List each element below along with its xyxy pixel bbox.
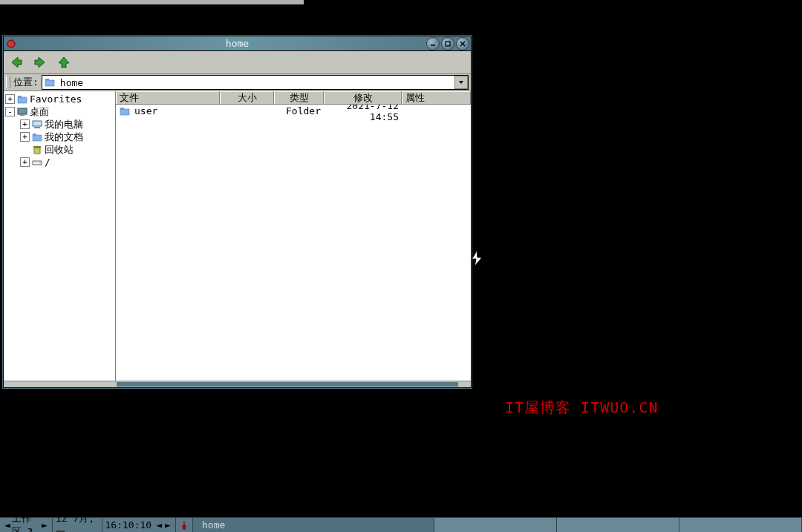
file-row[interactable]: user Folder 2021-7-12 14:55 [116, 105, 471, 117]
watermark-text: IT屋博客 ITWUO.CN [505, 398, 658, 418]
tree-sidebar: + Favorites - 桌面 + 我的电脑 [4, 91, 116, 381]
svg-point-0 [7, 40, 15, 47]
workspace-switcher[interactable]: ◄ 工作区 3 ► [0, 518, 53, 532]
svg-rect-9 [18, 108, 27, 114]
top-strip [0, 0, 304, 4]
column-size[interactable]: 大小 [220, 91, 274, 104]
toolbar [4, 51, 471, 74]
svg-rect-14 [33, 135, 42, 141]
tree-item-favorites[interactable]: + Favorites [4, 93, 115, 105]
forward-button[interactable] [32, 54, 48, 70]
svg-rect-16 [33, 146, 41, 148]
taskbar-task-other-2[interactable] [557, 518, 679, 532]
window-title: home [226, 38, 249, 49]
taskbar-time[interactable]: 16:10:10 ◄ ► [102, 518, 176, 532]
tree-label: 回收站 [45, 143, 74, 157]
folder-icon [16, 94, 28, 105]
toolbar-handle[interactable] [6, 76, 10, 88]
expand-icon[interactable]: + [5, 94, 15, 104]
location-bar: 位置: [4, 74, 471, 91]
file-manager-window: home 位置: [3, 36, 472, 388]
date-text: 12 7月, 一 [56, 512, 99, 533]
svg-rect-20 [120, 109, 129, 115]
close-button[interactable] [456, 37, 469, 50]
minimize-button[interactable] [426, 37, 440, 50]
titlebar[interactable]: home [4, 36, 471, 51]
workspace-prev-icon[interactable]: ◄ [3, 519, 12, 531]
workspace-label: 工作区 3 [12, 512, 40, 533]
svg-rect-8 [18, 97, 27, 103]
file-list: 文件 大小 类型 修改 属性 user Folder 2021-7-12 14 [116, 91, 471, 381]
tree-item-mydocuments[interactable]: + 我的文档 [4, 131, 115, 143]
expand-icon[interactable]: + [20, 132, 30, 142]
location-input[interactable] [60, 77, 451, 88]
svg-rect-2 [446, 42, 450, 46]
workspace-next-icon[interactable]: ► [40, 519, 49, 531]
file-list-rows: user Folder 2021-7-12 14:55 [116, 105, 471, 381]
column-attr[interactable]: 属性 [402, 91, 471, 104]
svg-rect-11 [33, 121, 42, 126]
taskbar-task-home[interactable]: home [193, 518, 434, 532]
back-button[interactable] [8, 54, 25, 70]
tree-label: 我的文档 [45, 131, 83, 144]
column-name[interactable]: 文件 [116, 91, 220, 104]
taskbar-date[interactable]: 12 7月, 一 [53, 518, 102, 532]
expand-icon[interactable]: + [20, 119, 30, 129]
svg-rect-15 [34, 148, 40, 154]
mouse-cursor-icon [469, 249, 484, 269]
tree-label: 我的电脑 [45, 118, 83, 131]
horizontal-scrollbar[interactable] [4, 381, 471, 387]
file-modified: 2021-7-12 14:55 [324, 105, 402, 122]
taskbar-task-other-3[interactable] [679, 518, 802, 532]
taskbar-task-other-1[interactable] [434, 518, 557, 532]
desktop-icon [16, 107, 28, 117]
task-label: home [202, 519, 225, 531]
expand-icon[interactable]: + [20, 157, 30, 167]
tree-item-recyclebin[interactable]: 回收站 [4, 143, 115, 156]
folder-icon [119, 106, 131, 116]
maximize-button[interactable] [441, 37, 454, 50]
column-type[interactable]: 类型 [274, 91, 324, 104]
drive-icon [31, 157, 43, 168]
collapse-icon[interactable]: - [5, 107, 15, 116]
svg-point-18 [39, 162, 41, 163]
file-list-header: 文件 大小 类型 修改 属性 [116, 91, 471, 105]
tree-label: 桌面 [30, 105, 49, 119]
up-button[interactable] [56, 54, 72, 70]
folder-icon [44, 77, 56, 88]
app-icon [5, 38, 17, 50]
svg-rect-6 [45, 80, 54, 86]
file-type: Folder [274, 105, 324, 116]
scrollbar-thumb[interactable] [117, 382, 458, 387]
tree-item-mycomputer[interactable]: + 我的电脑 [4, 118, 115, 131]
location-label: 位置: [13, 76, 39, 89]
trash-icon [31, 145, 43, 155]
column-modified[interactable]: 修改 [324, 91, 402, 104]
svg-rect-10 [20, 114, 25, 116]
time-text: 16:10:10 [105, 519, 152, 531]
clock-next-icon[interactable]: ► [163, 519, 172, 531]
tree-item-desktop[interactable]: - 桌面 [4, 105, 115, 118]
computer-icon [31, 119, 43, 130]
taskbar: ◄ 工作区 3 ► 12 7月, 一 16:10:10 ◄ ► home [0, 517, 802, 532]
svg-rect-12 [34, 127, 40, 128]
location-field [42, 75, 469, 90]
tree-label: Favorites [30, 93, 82, 105]
tree-item-root[interactable]: + / [4, 156, 115, 168]
location-dropdown-button[interactable] [454, 76, 468, 89]
tree-label: / [45, 157, 50, 168]
tray-icon[interactable] [176, 518, 193, 532]
file-name: user [134, 105, 157, 116]
clock-prev-icon[interactable]: ◄ [154, 519, 163, 531]
documents-icon [31, 132, 43, 142]
